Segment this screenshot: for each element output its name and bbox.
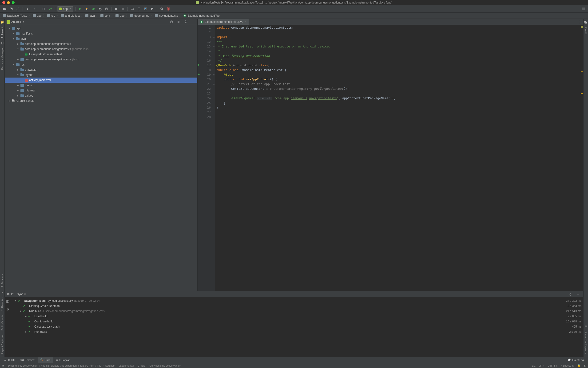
run-line-marker-icon[interactable]: ▶ bbox=[198, 63, 201, 67]
caret-position[interactable]: 1:1 bbox=[532, 364, 536, 367]
project-tree[interactable]: ▼app▶manifests▼java▶com.app.deemounus.na… bbox=[5, 25, 197, 291]
build-hide-button[interactable] bbox=[575, 291, 581, 297]
project-view-selector[interactable]: Android ▼ bbox=[7, 20, 24, 24]
breadcrumb-item[interactable]: NavigationTests bbox=[2, 14, 28, 17]
tree-node[interactable]: ▶mipmap bbox=[5, 88, 197, 93]
run-line-marker-icon[interactable]: ▶ bbox=[198, 72, 201, 77]
build-tab[interactable]: 🔨Build bbox=[38, 358, 53, 363]
layout-inspector-button[interactable] bbox=[143, 6, 148, 12]
project-tool-tab[interactable]: 1: Project bbox=[1, 26, 4, 39]
save-button[interactable] bbox=[9, 6, 14, 12]
tree-node[interactable]: ▶com.app.deemounus.navigationtests (test… bbox=[5, 57, 197, 62]
breadcrumb-item[interactable]: app bbox=[114, 14, 125, 17]
breadcrumb-item[interactable]: com bbox=[99, 14, 111, 17]
build-expander[interactable]: ▼ bbox=[19, 310, 22, 312]
tree-node[interactable]: ▼com.app.deemounus.navigationtests (andr… bbox=[5, 46, 197, 52]
gradle-tool-tab[interactable]: Gradle bbox=[585, 26, 587, 36]
make-button[interactable] bbox=[41, 6, 47, 12]
build-output-tree[interactable]: ▼✔NavigationTests: synced successfully a… bbox=[11, 297, 583, 357]
build-expander[interactable]: ▶ bbox=[24, 331, 27, 333]
code-editor[interactable]: package com.app.deemounus.navigationtest… bbox=[215, 25, 580, 291]
close-window-button[interactable] bbox=[2, 1, 5, 4]
tree-expander[interactable]: ▶ bbox=[17, 58, 19, 61]
resource-manager-button[interactable] bbox=[149, 6, 155, 12]
build-output-row[interactable]: ▼✔NavigationTests: synced successfully a… bbox=[11, 298, 583, 303]
resource-manager-tool-tab[interactable]: Resource Manager bbox=[1, 47, 4, 71]
breadcrumb-item[interactable]: androidTest bbox=[60, 14, 81, 17]
device-button[interactable] bbox=[166, 6, 171, 12]
breadcrumb-item[interactable]: deemounus bbox=[129, 14, 150, 17]
tree-expander[interactable]: ▼ bbox=[17, 48, 19, 50]
hide-button[interactable] bbox=[190, 19, 195, 25]
open-button[interactable] bbox=[2, 6, 8, 12]
build-output-row[interactable]: ▼✔Run build /Users/deemounus/Programming… bbox=[11, 309, 583, 314]
tree-node[interactable]: ▶values bbox=[5, 93, 197, 98]
resource-manager-tool-icon[interactable]: ◧ bbox=[1, 41, 4, 45]
tree-node[interactable]: ▼res bbox=[5, 62, 197, 67]
pin-button[interactable] bbox=[5, 307, 10, 312]
event-log-tab[interactable]: 💬Event Log bbox=[565, 358, 586, 363]
logcat-tab[interactable]: ≣6: Logcat bbox=[53, 358, 72, 363]
tool-windows-button[interactable]: ▣ bbox=[2, 364, 4, 367]
settings-button[interactable] bbox=[183, 19, 188, 25]
breadcrumb-item[interactable]: java bbox=[85, 14, 96, 17]
sync-button[interactable] bbox=[15, 6, 21, 12]
apply-changes-button[interactable] bbox=[84, 6, 90, 12]
back-button[interactable] bbox=[25, 6, 30, 12]
tree-expander[interactable]: ▶ bbox=[17, 69, 19, 71]
maximize-window-button[interactable] bbox=[12, 1, 15, 4]
tree-expander[interactable]: ▶ bbox=[17, 84, 19, 86]
build-output-row[interactable]: ▶✔Run tasks2 s 70 ms bbox=[11, 329, 583, 334]
editor-more-icon[interactable]: ⋮ bbox=[578, 19, 582, 25]
project-tool-icon[interactable]: 📁 bbox=[1, 21, 4, 24]
tree-node[interactable]: ▶com.app.deemounus.navigationtests bbox=[5, 41, 197, 46]
tree-node[interactable]: CExampleInstrumentedTest bbox=[5, 52, 197, 57]
indent-settings[interactable]: 4 spaces⇅ bbox=[561, 364, 574, 367]
build-settings-button[interactable] bbox=[568, 291, 573, 297]
tree-expander[interactable]: ▼ bbox=[17, 74, 19, 76]
inspection-indicator[interactable] bbox=[581, 26, 583, 28]
layout-captures-tool-tab[interactable]: Layout Captures bbox=[1, 334, 4, 355]
line-number-gutter[interactable]: 123⊟1213⊟141516171819⊟2021⊟2223242526272… bbox=[201, 25, 215, 291]
close-sync-tab-button[interactable]: × bbox=[24, 293, 26, 296]
run-button[interactable] bbox=[77, 6, 83, 12]
toggle-tree-button[interactable] bbox=[5, 299, 10, 304]
tree-node[interactable]: ▶manifests bbox=[5, 31, 197, 36]
avd-manager-button[interactable] bbox=[130, 6, 135, 12]
gradle-sync-button[interactable] bbox=[47, 6, 53, 12]
tree-expander[interactable]: ▶ bbox=[8, 100, 10, 102]
tree-node[interactable]: ▼layout bbox=[5, 72, 197, 78]
build-expander[interactable]: ▶ bbox=[24, 315, 27, 317]
forward-button[interactable] bbox=[31, 6, 37, 12]
favorites-tool-icon[interactable]: ★ bbox=[1, 291, 4, 294]
build-output-row[interactable]: ▶✔Load build2 s 885 ms bbox=[11, 314, 583, 319]
run-marker-gutter[interactable]: ▶ ▶ bbox=[198, 25, 201, 291]
tree-node[interactable]: ▼app bbox=[5, 26, 197, 31]
line-ending[interactable]: LF⇅ bbox=[539, 364, 544, 367]
build-output-row[interactable]: ✔Configure build15 s 688 ms bbox=[11, 319, 583, 324]
coverage-button[interactable] bbox=[97, 6, 103, 12]
breadcrumb-item[interactable]: src bbox=[46, 14, 56, 17]
tree-expander[interactable]: ▼ bbox=[12, 64, 15, 66]
tree-node[interactable]: ▼java bbox=[5, 36, 197, 41]
warning-marker[interactable] bbox=[581, 93, 583, 94]
attach-debugger-button[interactable] bbox=[113, 6, 119, 12]
close-tab-button[interactable]: × bbox=[245, 20, 246, 24]
breadcrumb-item[interactable]: app bbox=[32, 14, 43, 17]
device-explorer-tool-icon[interactable]: ▭ bbox=[584, 324, 588, 328]
tree-expander[interactable]: ▼ bbox=[12, 37, 15, 40]
tree-expander[interactable]: ▶ bbox=[17, 89, 19, 92]
breadcrumb-item[interactable]: navigationtests bbox=[154, 14, 179, 17]
minimize-window-button[interactable] bbox=[7, 1, 10, 4]
editor-tab[interactable]: C ExampleInstrumentedTest.java × bbox=[198, 19, 249, 25]
tree-node[interactable]: ▶menu bbox=[5, 83, 197, 88]
tree-expander[interactable]: ▶ bbox=[17, 94, 19, 97]
tree-node[interactable]: activity_main.xml bbox=[5, 78, 197, 83]
search-button[interactable] bbox=[159, 6, 165, 12]
breadcrumb-item[interactable]: CExampleInstrumentedTest bbox=[182, 14, 221, 17]
build-output-row[interactable]: ✔Calculate task graph405 ms bbox=[11, 324, 583, 329]
gradle-tool-icon[interactable]: 🐘 bbox=[584, 21, 588, 24]
file-encoding[interactable]: UTF-8⇅ bbox=[548, 364, 558, 367]
collapse-all-button[interactable] bbox=[176, 19, 181, 25]
sdk-manager-button[interactable] bbox=[136, 6, 142, 12]
